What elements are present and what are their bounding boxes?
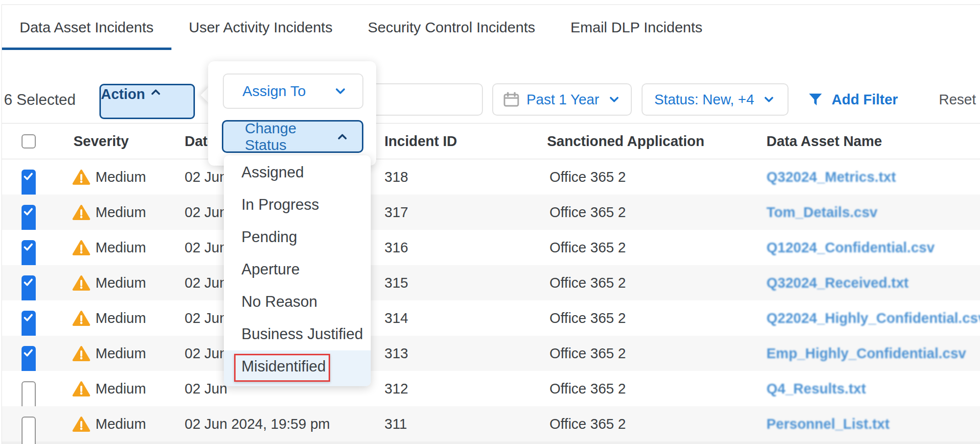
table-body: Medium 02 Jun 318 Office 365 2 Q32024_Me… xyxy=(2,159,980,444)
check-icon xyxy=(23,241,34,253)
table-row: Medium 02 Jun 313 Office 365 2 Emp_Highl… xyxy=(2,336,980,371)
severity-label: Medium xyxy=(96,406,146,442)
table-row: Medium 02 Jun 317 Office 365 2 Tom_Detai… xyxy=(2,195,980,230)
data-asset-link[interactable]: Emp_Highly_Confidential.csv xyxy=(766,336,966,371)
row-checkbox[interactable] xyxy=(22,417,36,444)
status-menu-item[interactable]: Pending xyxy=(224,221,371,253)
column-header-severity[interactable]: Severity xyxy=(73,123,129,159)
sanctioned-application-cell: Office 365 2 xyxy=(550,159,626,195)
tab-security-control-incidents[interactable]: Security Control Incidents xyxy=(350,5,553,50)
incident-id-cell: 316 xyxy=(384,230,408,265)
status-menu-item[interactable]: In Progress xyxy=(224,189,371,221)
date-cell: 02 Jun 2024, 19:59 pm xyxy=(185,406,330,442)
data-asset-link[interactable]: Q4_Results.txt xyxy=(766,371,866,406)
warning-triangle-icon xyxy=(72,416,91,432)
reset-button[interactable]: Reset xyxy=(939,83,976,116)
add-filter-label: Add Filter xyxy=(832,92,898,108)
status-menu-item[interactable]: Aperture xyxy=(224,253,371,286)
incident-id-cell: 317 xyxy=(384,195,408,230)
chevron-down-icon xyxy=(607,93,621,106)
table-row: Medium 02 Jun 314 Office 365 2 Q22024_Hi… xyxy=(2,300,980,336)
warning-triangle-icon xyxy=(72,239,91,256)
data-asset-link[interactable]: Q32024_Received.txt xyxy=(766,265,908,300)
sanctioned-application-cell: Office 365 2 xyxy=(550,300,626,336)
data-asset-link[interactable]: Tom_Details.csv xyxy=(766,195,878,230)
incident-id-cell: 313 xyxy=(384,336,408,371)
table-row: Medium 02 Jun 316 Office 365 2 Q12024_Co… xyxy=(2,230,980,265)
table-row: Medium 02 Jun 318 Office 365 2 Q32024_Me… xyxy=(2,159,980,195)
severity-label: Medium xyxy=(96,159,146,195)
status-filter[interactable]: Status: New, +4 xyxy=(642,83,789,116)
calendar-icon xyxy=(503,92,520,107)
table-row: Medium 02 Jun 312 Office 365 2 Q4_Result… xyxy=(2,371,980,406)
change-status-menu: AssignedIn ProgressPendingApertureNo Rea… xyxy=(224,155,371,386)
action-button[interactable]: Action xyxy=(99,84,195,119)
date-cell: 02 Jun xyxy=(185,300,227,336)
status-filter-label: Status: New, +4 xyxy=(654,92,754,108)
data-asset-incidents-screen: Data Asset Incidents User Activity Incid… xyxy=(0,0,980,444)
data-asset-link[interactable]: Q22024_Highly_Confidential.csv xyxy=(766,300,980,336)
next-row-edge xyxy=(2,442,980,444)
table-header: Severity Date Incident ID Sanctioned App… xyxy=(2,123,980,159)
date-cell: 02 Jun xyxy=(185,195,227,230)
warning-triangle-icon xyxy=(72,345,91,362)
warning-triangle-icon xyxy=(72,380,91,397)
status-menu-item[interactable]: Assigned xyxy=(224,156,371,189)
check-icon xyxy=(23,206,34,218)
chevron-down-icon xyxy=(762,93,776,106)
severity-label: Medium xyxy=(96,336,146,371)
date-range-filter[interactable]: Past 1 Year xyxy=(492,83,632,116)
tab-user-activity-incidents[interactable]: User Activity Incidents xyxy=(171,5,350,50)
action-button-label: Action xyxy=(101,86,145,102)
data-asset-link[interactable]: Personnel_List.txt xyxy=(766,406,889,442)
column-header-sanctioned-application[interactable]: Sanctioned Application xyxy=(547,123,704,159)
incident-id-cell: 314 xyxy=(384,300,408,336)
incident-id-cell: 312 xyxy=(384,371,408,406)
sanctioned-application-cell: Office 365 2 xyxy=(550,230,626,265)
sanctioned-application-cell: Office 365 2 xyxy=(550,336,626,371)
add-filter-button[interactable]: Add Filter xyxy=(807,83,898,116)
data-asset-link[interactable]: Q12024_Confidential.csv xyxy=(766,230,934,265)
date-cell: 02 Jun xyxy=(185,230,227,265)
warning-triangle-icon xyxy=(72,169,91,185)
severity-label: Medium xyxy=(96,195,146,230)
check-icon xyxy=(23,276,34,288)
data-asset-link[interactable]: Q32024_Metrics.txt xyxy=(766,159,896,195)
chevron-up-icon xyxy=(149,85,163,99)
date-cell: 02 Jun xyxy=(185,336,227,371)
severity-label: Medium xyxy=(96,265,146,300)
incident-id-cell: 311 xyxy=(384,406,407,442)
tab-email-dlp-incidents[interactable]: Email DLP Incidents xyxy=(553,5,720,50)
column-header-data-asset-name[interactable]: Data Asset Name xyxy=(766,123,882,159)
funnel-icon xyxy=(807,91,824,108)
table-row: Medium 02 Jun 315 Office 365 2 Q32024_Re… xyxy=(2,265,980,300)
chevron-up-icon xyxy=(335,129,349,144)
status-menu-item[interactable]: Business Justified xyxy=(224,318,371,350)
tab-data-asset-incidents[interactable]: Data Asset Incidents xyxy=(2,5,171,50)
warning-triangle-icon xyxy=(72,204,91,221)
status-menu-item[interactable]: No Reason xyxy=(224,286,371,318)
sanctioned-application-cell: Office 365 2 xyxy=(550,195,626,230)
incident-id-cell: 315 xyxy=(384,265,408,300)
check-icon xyxy=(23,171,34,182)
incident-tabs: Data Asset Incidents User Activity Incid… xyxy=(2,5,720,50)
sanctioned-application-cell: Office 365 2 xyxy=(550,406,626,442)
change-status-label: Change Status xyxy=(245,120,335,153)
sanctioned-application-cell: Office 365 2 xyxy=(550,265,626,300)
severity-label: Medium xyxy=(96,371,146,406)
table-row: Medium 02 Jun 2024, 19:59 pm 311 Office … xyxy=(2,406,980,442)
column-header-incident-id[interactable]: Incident ID xyxy=(384,123,457,159)
select-all-checkbox[interactable] xyxy=(22,134,36,148)
assign-to-label: Assign To xyxy=(242,83,306,99)
assign-to-button[interactable]: Assign To xyxy=(223,74,363,109)
warning-triangle-icon xyxy=(72,274,91,291)
check-icon xyxy=(23,347,34,359)
change-status-button[interactable]: Change Status xyxy=(222,120,363,153)
selected-count-label: 6 Selected xyxy=(4,84,76,116)
warning-triangle-icon xyxy=(72,310,91,326)
annotation-red-box xyxy=(234,354,330,382)
check-icon xyxy=(23,312,34,323)
chevron-down-icon xyxy=(333,84,348,99)
date-cell: 02 Jun xyxy=(185,371,227,406)
incident-id-cell: 318 xyxy=(384,159,408,195)
